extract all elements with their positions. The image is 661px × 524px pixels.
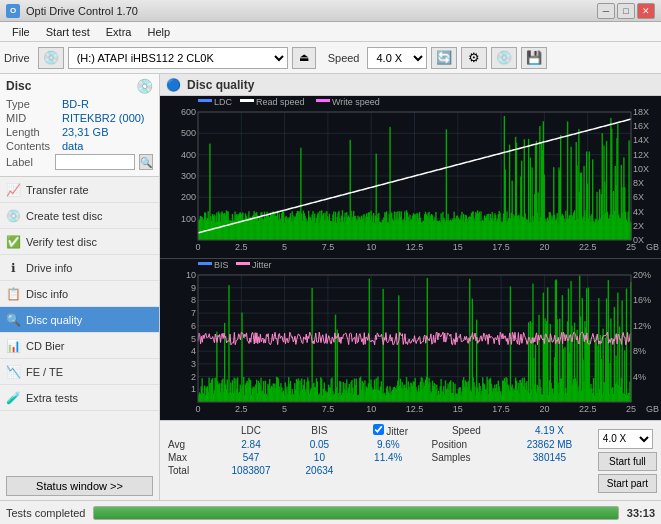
disc-info-label: Disc info [26, 288, 68, 300]
avg-ldc: 2.84 [212, 438, 290, 451]
app-icon: O [6, 4, 20, 18]
total-label: Total [164, 464, 212, 477]
sidebar-item-fe-te[interactable]: 📉 FE / TE [0, 359, 159, 385]
status-time: 33:13 [627, 507, 655, 519]
total-bis: 20634 [290, 464, 349, 477]
content-area: 🔵 Disc quality LDC [160, 74, 661, 500]
drive-info-icon: ℹ [6, 261, 20, 275]
total-ldc: 1083807 [212, 464, 290, 477]
mid-value: RITEKBR2 (000) [62, 112, 145, 124]
extra-tests-label: Extra tests [26, 392, 78, 404]
sidebar-item-disc-quality[interactable]: 🔍 Disc quality [0, 307, 159, 333]
bis-header: BIS [290, 423, 349, 438]
avg-bis: 0.05 [290, 438, 349, 451]
sidebar-item-verify-test-disc[interactable]: ✅ Verify test disc [0, 229, 159, 255]
disc-quality-icon: 🔍 [6, 313, 20, 327]
contents-label: Contents [6, 140, 58, 152]
contents-value: data [62, 140, 83, 152]
action-buttons: 4.0 X Start full Start part [598, 423, 657, 498]
progress-bar-container [93, 506, 618, 520]
sidebar-item-disc-info[interactable]: 📋 Disc info [0, 281, 159, 307]
disc-button[interactable]: 💿 [491, 47, 517, 69]
jitter-checkbox-cell: Jitter [349, 423, 428, 438]
action-speed-select[interactable]: 4.0 X [598, 429, 653, 449]
samples-value: 380145 [505, 451, 594, 464]
menu-extra[interactable]: Extra [98, 24, 140, 40]
avg-label: Avg [164, 438, 212, 451]
position-value: 23862 MB [505, 438, 594, 451]
position-label: Position [428, 438, 506, 451]
disc-quality-title: Disc quality [187, 78, 254, 92]
cd-bier-icon: 📊 [6, 339, 20, 353]
type-label: Type [6, 98, 58, 110]
fe-te-label: FE / TE [26, 366, 63, 378]
verify-test-disc-icon: ✅ [6, 235, 20, 249]
speed-select[interactable]: 4.0 X [367, 47, 427, 69]
refresh-button[interactable]: 🔄 [431, 47, 457, 69]
create-test-disc-icon: 💿 [6, 209, 20, 223]
ldc-header: LDC [212, 423, 290, 438]
label-label: Label [6, 156, 51, 168]
minimize-button[interactable]: ─ [597, 3, 615, 19]
fe-te-icon: 📉 [6, 365, 20, 379]
drive-icon-btn: 💿 [38, 47, 64, 69]
cd-bier-label: CD Bier [26, 340, 65, 352]
window-controls: ─ □ ✕ [597, 3, 655, 19]
speed-value-header: 4.19 X [505, 423, 594, 438]
transfer-rate-label: Transfer rate [26, 184, 89, 196]
label-btn[interactable]: 🔍 [139, 154, 153, 170]
drive-info-label: Drive info [26, 262, 72, 274]
eject-button[interactable]: ⏏ [292, 47, 316, 69]
menu-file[interactable]: File [4, 24, 38, 40]
type-value: BD-R [62, 98, 89, 110]
menu-bar: File Start test Extra Help [0, 22, 661, 42]
stats-table: LDC BIS Jitter Speed 4.19 X Avg [164, 423, 594, 498]
drive-label: Drive [4, 52, 30, 64]
sidebar-item-drive-info[interactable]: ℹ Drive info [0, 255, 159, 281]
sidebar-item-create-test-disc[interactable]: 💿 Create test disc [0, 203, 159, 229]
speed-label: Speed [328, 52, 360, 64]
close-button[interactable]: ✕ [637, 3, 655, 19]
label-input[interactable] [55, 154, 135, 170]
ldc-chart [160, 96, 661, 258]
ldc-chart-container [160, 96, 661, 259]
start-full-button[interactable]: Start full [598, 452, 657, 471]
stats-footer: LDC BIS Jitter Speed 4.19 X Avg [160, 420, 661, 500]
mid-label: MID [6, 112, 58, 124]
settings-button[interactable]: ⚙ [461, 47, 487, 69]
bis-chart [160, 259, 661, 420]
sidebar-item-transfer-rate[interactable]: 📈 Transfer rate [0, 177, 159, 203]
max-ldc: 547 [212, 451, 290, 464]
menu-start-test[interactable]: Start test [38, 24, 98, 40]
max-jitter: 11.4% [349, 451, 428, 464]
length-label: Length [6, 126, 58, 138]
max-label: Max [164, 451, 212, 464]
maximize-button[interactable]: □ [617, 3, 635, 19]
disc-quality-header-icon: 🔵 [166, 78, 181, 92]
status-window-button[interactable]: Status window >> [6, 476, 153, 496]
start-part-button[interactable]: Start part [598, 474, 657, 493]
progress-bar [94, 507, 617, 519]
status-bar: Tests completed 33:13 [0, 500, 661, 524]
transfer-rate-icon: 📈 [6, 183, 20, 197]
disc-quality-header: 🔵 Disc quality [160, 74, 661, 96]
sidebar-item-extra-tests[interactable]: 🧪 Extra tests [0, 385, 159, 411]
jitter-checkbox[interactable] [373, 424, 384, 435]
create-test-disc-label: Create test disc [26, 210, 102, 222]
title-bar: O Opti Drive Control 1.70 ─ □ ✕ [0, 0, 661, 22]
nav-items: 📈 Transfer rate 💿 Create test disc ✅ Ver… [0, 177, 159, 472]
extra-tests-icon: 🧪 [6, 391, 20, 405]
sidebar: Disc 💿 Type BD-R MID RITEKBR2 (000) Leng… [0, 74, 160, 500]
disc-header: Disc [6, 79, 31, 93]
avg-jitter: 9.6% [349, 438, 428, 451]
disc-quality-label: Disc quality [26, 314, 82, 326]
disc-info-icon: 📋 [6, 287, 20, 301]
save-button[interactable]: 💾 [521, 47, 547, 69]
menu-help[interactable]: Help [139, 24, 178, 40]
disc-panel: Disc 💿 Type BD-R MID RITEKBR2 (000) Leng… [0, 74, 159, 177]
max-bis: 10 [290, 451, 349, 464]
speed-header: Speed [428, 423, 506, 438]
sidebar-item-cd-bier[interactable]: 📊 CD Bier [0, 333, 159, 359]
drive-select[interactable]: (H:) ATAPI iHBS112 2 CL0K [68, 47, 288, 69]
status-text: Tests completed [6, 507, 85, 519]
